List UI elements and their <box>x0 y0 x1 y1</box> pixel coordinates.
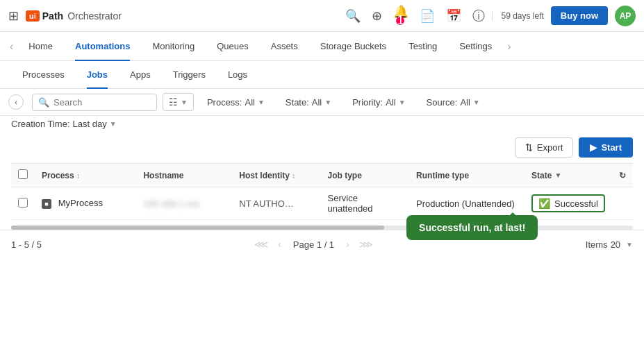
next-page-button[interactable]: › <box>342 237 353 251</box>
items-per-page-label: Items <box>586 239 608 250</box>
subtab-apps[interactable]: Apps <box>119 61 162 89</box>
table-view-icon: ☷ <box>169 96 178 108</box>
subtab-logs[interactable]: Logs <box>217 61 258 89</box>
process-column-header[interactable]: Process ↕ <box>35 164 136 187</box>
subtab-triggers[interactable]: Triggers <box>162 61 217 89</box>
export-icon: ⇅ <box>525 142 533 153</box>
source-filter[interactable]: Source: All ▼ <box>419 94 488 111</box>
state-sort-icon: ▼ <box>554 171 561 179</box>
main-navbar: ‹ Home Automations Monitoring Queues Ass… <box>0 32 644 61</box>
row-actions-cell <box>612 187 633 220</box>
document-icon[interactable]: 📄 <box>420 8 435 24</box>
row-checkbox-cell <box>11 187 35 220</box>
export-button[interactable]: ⇅ Export <box>515 137 574 158</box>
toolbar: ‹ 🔍 ☷ ▼ Process: All ▼ State: All ▼ Prio… <box>0 89 644 116</box>
items-dropdown-chevron-icon: ▼ <box>626 241 633 248</box>
process-sort-icon: ↕ <box>76 172 80 180</box>
job-type-column-header: Job type <box>321 164 410 187</box>
buy-now-button[interactable]: Buy now <box>551 6 608 25</box>
page-info: Page 1 / 1 <box>293 239 334 250</box>
start-play-icon: ▶ <box>590 142 597 153</box>
hostname-column-header: Hostname <box>136 164 232 187</box>
page-navigation: ⋘ ‹ Page 1 / 1 › ⋙ <box>251 237 377 251</box>
sub-tabs: Processes Jobs Apps Triggers Logs <box>0 61 644 89</box>
nav-item-settings[interactable]: Settings <box>448 32 503 61</box>
runtime-type-column-header: Runtime type <box>409 164 525 187</box>
tooltip-bubble: Successful run, at last! <box>406 215 538 240</box>
search-input[interactable] <box>53 97 144 108</box>
process-cell: ■ MyProcess <box>35 187 136 220</box>
hostname-cell: 192.168.1.xxx <box>136 187 232 220</box>
row-checkbox[interactable] <box>18 198 28 207</box>
help-icon[interactable]: ⓘ <box>472 8 485 24</box>
process-chevron-icon: ▼ <box>258 99 265 106</box>
host-identity-value: NT AUTHO… <box>239 198 294 209</box>
nav-item-assets[interactable]: Assets <box>260 32 309 61</box>
creation-time-filter: Creation Time: Last day ▼ <box>0 116 644 132</box>
process-filter[interactable]: Process: All ▼ <box>199 94 272 111</box>
process-filter-label: Process: <box>207 97 242 108</box>
nav-next-arrow[interactable]: › <box>503 40 515 53</box>
state-filter-value: All <box>312 97 322 108</box>
nav-item-queues[interactable]: Queues <box>206 32 260 61</box>
grid-icon[interactable]: ⊞ <box>8 8 19 24</box>
view-toggle-button[interactable]: ☷ ▼ <box>163 93 194 111</box>
search-icon[interactable]: 🔍 <box>345 8 361 24</box>
process-filter-value: All <box>245 97 254 108</box>
refresh-column-header[interactable]: ↻ <box>612 164 633 187</box>
last-page-button[interactable]: ⋙ <box>356 237 377 251</box>
creation-time-chevron-icon[interactable]: ▼ <box>110 120 117 128</box>
nav-item-home[interactable]: Home <box>17 32 64 61</box>
nav-item-monitoring[interactable]: Monitoring <box>141 32 206 61</box>
top-nav-icons: 🔍 ⊕ 🔔 1 📄 📅 ⓘ <box>345 4 485 28</box>
prev-page-button[interactable]: ‹ <box>274 237 285 251</box>
hostid-sort-icon: ↕ <box>292 172 295 180</box>
search-box: 🔍 <box>32 94 157 111</box>
job-type-cell: Service unattended <box>321 187 410 220</box>
action-bar: ⇅ Export ▶ Start <box>0 132 644 163</box>
subtab-processes[interactable]: Processes <box>11 61 76 89</box>
priority-filter-label: Priority: <box>352 97 383 108</box>
priority-filter[interactable]: Priority: All ▼ <box>345 94 413 111</box>
pagination-bar: 1 - 5 / 5 ⋘ ‹ Page 1 / 1 › ⋙ Items 20 ▼ <box>0 230 644 258</box>
nav-item-storage-buckets[interactable]: Storage Buckets <box>309 32 397 61</box>
nav-item-automations[interactable]: Automations <box>64 32 141 61</box>
state-tooltip-wrapper: ✅ Successful Successful run, at last! <box>531 194 605 212</box>
items-count: 20 <box>611 239 620 250</box>
start-label: Start <box>601 142 622 153</box>
creation-time-label: Creation Time: <box>11 119 70 129</box>
select-all-checkbox[interactable] <box>18 169 28 179</box>
top-navbar: ⊞ ui Path Orchestrator 🔍 ⊕ 🔔 1 📄 📅 ⓘ 59 … <box>0 0 644 32</box>
first-page-button[interactable]: ⋘ <box>251 237 272 251</box>
avatar[interactable]: AP <box>615 6 636 26</box>
state-column-header[interactable]: State ▼ <box>525 164 612 187</box>
logo-box: ui <box>26 10 40 22</box>
start-button[interactable]: ▶ Start <box>579 137 633 158</box>
state-filter-label: State: <box>286 97 309 108</box>
priority-filter-value: All <box>386 97 395 108</box>
notification-bell[interactable]: 🔔 1 <box>393 4 408 28</box>
items-per-page-dropdown[interactable]: 20 ▼ <box>608 239 633 250</box>
state-dot-icon: ✅ <box>538 198 550 209</box>
search-icon-input: 🔍 <box>38 97 49 108</box>
creation-time-value[interactable]: Last day <box>73 119 107 129</box>
logo-subtitle: Orchestrator <box>67 10 122 22</box>
sidebar-toggle-button[interactable]: ‹ <box>8 94 24 110</box>
state-cell: ✅ Successful Successful run, at last! <box>525 187 612 220</box>
source-chevron-icon: ▼ <box>473 99 480 106</box>
nav-prev-arrow[interactable]: ‹ <box>6 40 17 53</box>
plus-icon[interactable]: ⊕ <box>372 8 382 24</box>
state-badge: ✅ Successful <box>531 194 605 212</box>
state-filter[interactable]: State: All ▼ <box>278 94 339 111</box>
notification-badge: 1 <box>396 17 404 25</box>
refresh-icon[interactable]: ↻ <box>619 171 626 180</box>
calendar-icon[interactable]: 📅 <box>446 8 461 24</box>
logo-text: Path <box>42 10 63 22</box>
subtab-jobs[interactable]: Jobs <box>76 61 119 89</box>
jobs-table: Process ↕ Hostname Host Identity ↕ Job t… <box>0 163 644 220</box>
hostname-value: 192.168.1.xxx <box>143 198 199 209</box>
nav-item-testing[interactable]: Testing <box>397 32 448 61</box>
host-identity-cell: NT AUTHO… <box>232 187 320 220</box>
trial-text: 59 days left <box>492 11 543 21</box>
host-identity-column-header[interactable]: Host Identity ↕ <box>232 164 320 187</box>
